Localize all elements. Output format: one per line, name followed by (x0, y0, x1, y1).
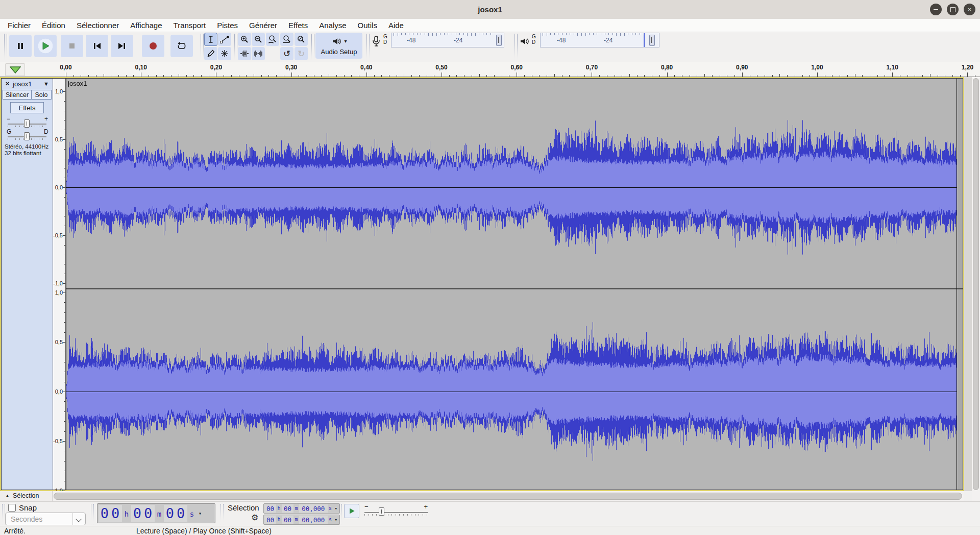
track-close-button[interactable]: × (4, 80, 11, 87)
selection-end-field[interactable]: 00 h 00 m 00,000 s ▾ (263, 515, 340, 525)
speed-slider-thumb[interactable] (379, 507, 384, 516)
sel-end-minutes[interactable]: 00 (282, 516, 293, 524)
meter-tick (562, 33, 562, 35)
envelope-tool-button[interactable] (218, 33, 231, 46)
waveform-area[interactable] (66, 79, 963, 490)
clip-name: josox1 (68, 80, 87, 87)
time-toolbar-grip[interactable] (91, 504, 94, 524)
audio-setup-button[interactable]: ▾ Audio Setup (315, 33, 362, 59)
record-meter-grip[interactable] (366, 34, 370, 60)
edit-toolbar-grip[interactable] (234, 34, 237, 60)
timeline-options-button[interactable] (5, 63, 25, 76)
skip-to-end-button[interactable] (111, 35, 133, 57)
menu-generer[interactable]: Générer (243, 19, 283, 32)
menu-fichier[interactable]: Fichier (2, 19, 36, 32)
effects-button[interactable]: Effets (10, 102, 44, 113)
audio-position-display[interactable]: 00 h 00 m 00 s ▾ (97, 503, 215, 523)
ruler-tick (163, 75, 164, 77)
horizontal-scrollbar[interactable] (53, 491, 964, 501)
ruler-tick (201, 75, 202, 77)
audio-setup-grip[interactable] (311, 34, 314, 60)
play-at-speed-button[interactable] (344, 504, 359, 518)
maximize-button[interactable] (947, 4, 959, 15)
menu-edition[interactable]: Édition (36, 19, 71, 32)
playback-volume-slider[interactable] (649, 35, 655, 46)
gain-slider-thumb[interactable] (24, 119, 30, 128)
pan-slider-thumb[interactable] (24, 132, 30, 140)
pause-button[interactable] (9, 35, 32, 57)
sel-start-hours[interactable]: 00 (264, 504, 276, 513)
playback-meter[interactable]: -48 -24 (540, 33, 659, 47)
time-hours[interactable]: 00 (99, 505, 122, 522)
menu-transport[interactable]: Transport (168, 19, 212, 32)
horizontal-scrollbar-thumb[interactable] (54, 493, 962, 500)
trim-outside-selection-button[interactable] (238, 47, 251, 60)
meter-tick (398, 33, 398, 36)
zoom-out-button[interactable] (252, 33, 265, 46)
silence-selection-button[interactable] (252, 47, 265, 60)
menu-outils[interactable]: Outils (352, 19, 383, 32)
skip-to-start-button[interactable] (86, 35, 108, 57)
transport-toolbar-grip[interactable] (4, 34, 7, 60)
vertical-scrollbar-thumb[interactable] (973, 78, 979, 490)
playback-speed-slider[interactable]: − + (362, 502, 431, 525)
undo-button[interactable]: ↺ (280, 47, 293, 60)
record-volume-slider[interactable] (496, 35, 502, 46)
stop-icon (67, 41, 77, 51)
time-minutes[interactable]: 00 (131, 505, 155, 522)
play-at-speed-grip[interactable] (339, 504, 342, 524)
sel-start-seconds[interactable]: 00,000 (299, 504, 328, 513)
multi-tool-button[interactable] (218, 47, 231, 60)
snap-unit-combobox[interactable]: Secondes (5, 513, 86, 525)
menu-selectionner[interactable]: Sélectionner (71, 19, 125, 32)
sel-end-hours[interactable]: 00 (264, 516, 276, 524)
sel-start-format-dropdown[interactable]: ▾ (333, 504, 339, 513)
close-button[interactable]: × (964, 4, 975, 15)
vertical-scrollbar[interactable] (972, 77, 980, 491)
loop-button[interactable] (170, 35, 193, 57)
stop-button[interactable] (61, 35, 83, 57)
fit-selection-button[interactable] (266, 33, 279, 46)
vruler-tick (64, 274, 65, 274)
time-format-dropdown[interactable]: ▾ (197, 505, 204, 522)
vruler-tick (64, 421, 65, 422)
selection-tool-button[interactable] (204, 33, 217, 46)
draw-tool-button[interactable] (204, 47, 217, 60)
menu-aide[interactable]: Aide (383, 19, 409, 32)
track-menu-dropdown[interactable]: ▼ (43, 81, 49, 87)
sel-start-minutes[interactable]: 00 (282, 504, 293, 513)
mute-button[interactable]: Silencer (3, 90, 32, 100)
gear-icon[interactable]: ⚙ (251, 513, 258, 522)
play-button[interactable] (34, 35, 57, 57)
zoom-toggle-button[interactable] (295, 33, 308, 46)
vruler-tick (64, 322, 65, 323)
fit-project-button[interactable] (280, 33, 293, 46)
selection-start-field[interactable]: 00 h 00 m 00,000 s ▾ (263, 503, 340, 514)
tools-toolbar-grip[interactable] (201, 34, 204, 60)
corner-up-triangle-icon: ▲ (5, 493, 10, 498)
sel-end-seconds[interactable]: 00,000 (299, 516, 328, 524)
timeline-ruler[interactable]: 0,000,100,200,300,400,500,600,700,800,90… (0, 62, 980, 77)
waveform-canvas[interactable] (66, 79, 963, 490)
redo-button[interactable]: ↻ (295, 47, 308, 60)
snap-checkbox[interactable] (8, 504, 16, 512)
zoom-in-button[interactable] (238, 33, 251, 46)
titlebar[interactable]: josox1 × (0, 0, 980, 19)
vruler-label: -1,0 (53, 280, 63, 286)
menu-effets[interactable]: Effets (283, 19, 313, 32)
vertical-ruler[interactable]: -1,0-0,50,00,51,0-1,0-0,50,00,51,0 (53, 79, 66, 490)
selection-toolbar-grip[interactable] (220, 504, 224, 524)
solo-button[interactable]: Solo (31, 90, 52, 100)
select-corner-button[interactable]: ▲ Sélection (0, 491, 53, 501)
menu-affichage[interactable]: Affichage (125, 19, 167, 32)
record-meter[interactable]: -48 -24 (391, 33, 504, 47)
menu-pistes[interactable]: Pistes (211, 19, 243, 32)
playback-meter-grip[interactable] (514, 34, 518, 60)
track-name[interactable]: josox1 (13, 80, 32, 88)
record-button[interactable] (142, 35, 164, 57)
minimize-button[interactable] (930, 4, 942, 15)
meter-tick (605, 33, 605, 35)
menu-analyse[interactable]: Analyse (313, 19, 352, 32)
sel-end-format-dropdown[interactable]: ▾ (333, 516, 339, 524)
time-seconds[interactable]: 00 (164, 505, 187, 522)
